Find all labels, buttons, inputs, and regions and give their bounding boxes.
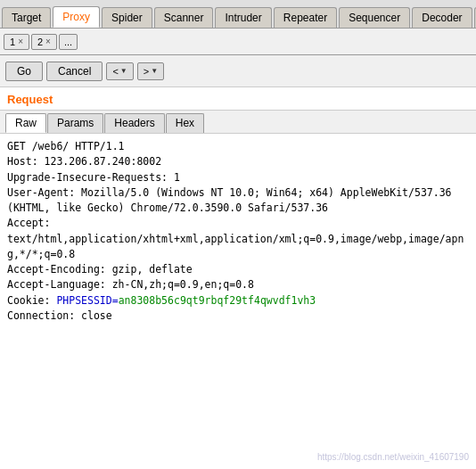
main-content: Request Raw Params Headers Hex GET /web6… [0,87,476,469]
inner-tab-bar: Raw Params Headers Hex [0,111,476,134]
forward-chevron-icon: ▼ [151,67,158,75]
back-nav-button[interactable]: < ▼ [106,62,133,80]
sub-tab-1[interactable]: 1 × [4,34,29,50]
forward-nav-button[interactable]: > ▼ [137,62,164,80]
tab-bar: Target Proxy Spider Scanner Intruder Rep… [0,0,476,29]
sub-tab-dots-label: ... [64,37,72,47]
tab-spider[interactable]: Spider [102,7,152,28]
inner-tab-raw[interactable]: Raw [5,113,46,133]
request-line-5: Accept: [7,217,50,229]
request-body: GET /web6/ HTTP/1.1 Host: 123.206.87.240… [0,134,476,329]
cookie-name: PHPSESSID [56,294,111,307]
request-line-6: text/html,application/xhtml+xml,applicat… [7,233,464,260]
tab-repeater[interactable]: Repeater [274,7,337,28]
tab-scanner[interactable]: Scanner [154,7,214,28]
inner-tab-hex[interactable]: Hex [166,113,204,133]
tab-decoder[interactable]: Decoder [412,7,472,28]
request-line-4: User-Agent: Mozilla/5.0 (Windows NT 10.0… [7,186,457,214]
inner-tab-headers[interactable]: Headers [104,113,164,133]
inner-tab-params[interactable]: Params [47,113,103,133]
cookie-value: an8308b56c9qt9rbqf29tf4qwvdf1vh3 [119,294,316,307]
cancel-button[interactable]: Cancel [46,62,103,81]
request-line-10: Connection: close [7,309,112,322]
sub-tab-2-close[interactable]: × [45,37,51,46]
tab-proxy[interactable]: Proxy [53,6,100,28]
sub-tab-1-label: 1 [10,37,15,47]
cookie-separator: = [112,294,119,307]
tab-sequencer[interactable]: Sequencer [339,7,410,28]
sub-tab-1-close[interactable]: × [18,37,23,46]
request-line-8: Accept-Language: zh-CN,zh;q=0.9,en;q=0.8 [7,278,254,291]
go-button[interactable]: Go [5,62,43,81]
request-line-1: GET /web6/ HTTP/1.1 [7,140,125,152]
tab-target[interactable]: Target [2,7,51,28]
request-line-2: Host: 123.206.87.240:8002 [7,155,161,168]
request-section-title: Request [0,87,476,110]
sub-tab-dots[interactable]: ... [59,34,78,50]
back-chevron-icon: ▼ [120,67,127,75]
sub-tab-2-label: 2 [37,37,43,47]
request-line-7: Accept-Encoding: gzip, deflate [7,263,193,276]
tab-intruder[interactable]: Intruder [215,7,271,28]
request-line-3: Upgrade-Insecure-Requests: 1 [7,171,180,184]
sub-tab-bar: 1 × 2 × ... [0,29,476,55]
forward-arrow-label: > ▼ [138,63,163,79]
toolbar: Go Cancel < ▼ > ▼ [0,55,476,87]
request-cookie-prefix: Cookie: [7,294,56,307]
back-arrow-label: < ▼ [107,63,132,79]
sub-tab-2[interactable]: 2 × [31,34,57,50]
watermark: https://blog.csdn.net/weixin_41607190 [317,452,469,462]
